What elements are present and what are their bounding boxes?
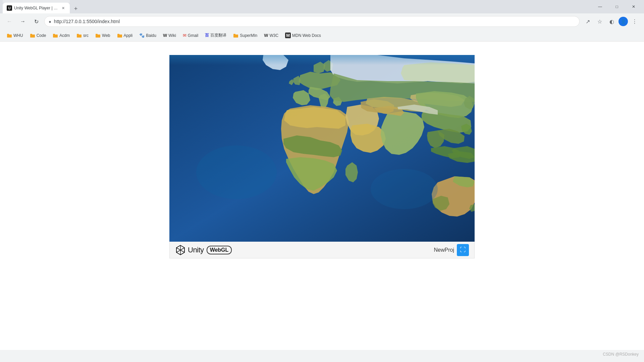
folder-icon bbox=[53, 33, 58, 38]
bookmark-item[interactable]: Appli bbox=[114, 32, 136, 40]
bookmark-item[interactable]: 百 百度翻译 bbox=[202, 31, 229, 40]
menu-button[interactable]: ⋮ bbox=[629, 16, 640, 27]
bookmark-item[interactable]: W W3C bbox=[261, 32, 281, 39]
baidu-translate-icon: 百 bbox=[205, 33, 209, 38]
tab-favicon: U bbox=[7, 5, 12, 11]
bookmark-item[interactable]: W Wiki bbox=[160, 32, 179, 39]
svg-point-16 bbox=[196, 145, 277, 199]
folder-icon bbox=[76, 33, 82, 38]
bookmark-item[interactable]: Code bbox=[27, 32, 49, 40]
wiki-icon: W bbox=[264, 33, 268, 38]
bookmark-item[interactable]: SuperMIn bbox=[230, 32, 260, 40]
svg-rect-6 bbox=[77, 35, 82, 38]
wiki-icon: W bbox=[163, 33, 167, 38]
bookmark-label: Baidu bbox=[146, 33, 156, 38]
profile-button[interactable]: 👤 bbox=[619, 17, 628, 26]
baidu-icon: 🐾 bbox=[139, 33, 145, 38]
back-button[interactable]: ← bbox=[4, 16, 15, 27]
unity-container: Unity WebGL NewProj ⛶ bbox=[169, 55, 475, 258]
bookmark-item[interactable]: src bbox=[74, 32, 91, 40]
bookmark-item[interactable]: 🐾 Baidu bbox=[137, 32, 159, 39]
svg-point-17 bbox=[371, 169, 438, 209]
share-button[interactable]: ↗ bbox=[582, 16, 593, 27]
forward-button[interactable]: → bbox=[17, 16, 28, 27]
world-map bbox=[169, 55, 475, 242]
folder-icon bbox=[30, 33, 35, 38]
folder-icon bbox=[117, 33, 122, 38]
unity-label: Unity bbox=[188, 246, 204, 254]
folder-icon bbox=[7, 33, 12, 38]
tab-title: Unity WebGL Player | Ne... bbox=[14, 6, 58, 10]
title-bar: TS TypeScript: Documentati... ✕ G 阿里云图库 … bbox=[0, 0, 644, 13]
svg-rect-0 bbox=[7, 35, 12, 38]
bookmark-item[interactable]: ✉ Gmail bbox=[180, 32, 201, 39]
svg-rect-10 bbox=[117, 35, 122, 38]
extensions-button[interactable]: ◐ bbox=[606, 16, 617, 27]
bookmark-button[interactable]: ☆ bbox=[594, 16, 605, 27]
lock-icon: ● bbox=[49, 19, 51, 24]
bookmark-item[interactable]: Acdm bbox=[50, 32, 72, 40]
unity-logo-area: Unity WebGL bbox=[175, 245, 232, 255]
browser-frame: TS TypeScript: Documentati... ✕ G 阿里云图库 … bbox=[0, 0, 644, 42]
bookmark-label: Acdm bbox=[59, 33, 70, 38]
webgl-logo: WebGL bbox=[207, 246, 232, 254]
bookmark-label: Wiki bbox=[168, 33, 176, 38]
tabs-container: TS TypeScript: Documentati... ✕ G 阿里云图库 … bbox=[3, 0, 590, 13]
bookmark-item[interactable]: WHU bbox=[4, 32, 26, 40]
bookmark-item[interactable]: M MDN Web Docs bbox=[282, 31, 324, 40]
bookmarks-bar: WHU Code Acdm src Web Appli 🐾 Baidu W Wi… bbox=[0, 29, 644, 42]
bookmark-label: MDN Web Docs bbox=[292, 33, 321, 38]
window-controls: — □ ✕ bbox=[592, 0, 641, 13]
credit-text: CSDN @RSDonkey bbox=[603, 352, 639, 357]
unity-logo-icon bbox=[175, 245, 186, 255]
svg-rect-13 bbox=[233, 34, 235, 35]
project-name: NewProj bbox=[434, 247, 454, 253]
address-bar[interactable]: ● http://127.0.0.1:5500/index.html bbox=[44, 16, 580, 27]
bookmark-label: Web bbox=[102, 33, 110, 38]
folder-icon bbox=[233, 33, 238, 38]
close-button[interactable]: ✕ bbox=[626, 0, 641, 13]
folder-icon bbox=[95, 33, 101, 38]
mdn-icon: M bbox=[285, 33, 291, 38]
page-footer-credit: CSDN @RSDonkey bbox=[603, 352, 639, 357]
svg-rect-2 bbox=[30, 35, 35, 38]
unity-canvas[interactable] bbox=[169, 55, 475, 242]
tab-title: 写文章-CSDN博客 bbox=[14, 0, 58, 0]
svg-rect-11 bbox=[117, 34, 119, 35]
fullscreen-button[interactable]: ⛶ bbox=[457, 244, 469, 256]
fullscreen-icon: ⛶ bbox=[460, 246, 466, 253]
unity-footer: Unity WebGL NewProj ⛶ bbox=[169, 242, 475, 258]
bookmark-label: Code bbox=[37, 33, 46, 38]
address-bar-row: ← → ↻ ● http://127.0.0.1:5500/index.html… bbox=[0, 13, 644, 29]
svg-rect-8 bbox=[96, 35, 100, 38]
address-text: http://127.0.0.1:5500/index.html bbox=[54, 19, 575, 24]
minimize-button[interactable]: — bbox=[592, 0, 608, 13]
browser-tab[interactable]: U Unity WebGL Player | Ne... ✕ bbox=[3, 3, 70, 13]
reload-button[interactable]: ↻ bbox=[31, 16, 42, 27]
webgl-label: WebGL bbox=[210, 247, 229, 253]
bookmark-label: 百度翻译 bbox=[210, 33, 226, 38]
toolbar-icons: ↗ ☆ ◐ 👤 ⋮ bbox=[582, 16, 640, 27]
new-tab-button[interactable]: + bbox=[71, 4, 80, 13]
bookmark-label: SuperMIn bbox=[240, 33, 257, 38]
svg-rect-4 bbox=[53, 35, 58, 38]
unity-right-area: NewProj ⛶ bbox=[434, 244, 469, 256]
svg-rect-5 bbox=[53, 34, 55, 35]
browser-tab[interactable]: C 写文章-CSDN博客 ✕ bbox=[3, 0, 70, 3]
tab-close-button[interactable]: ✕ bbox=[60, 5, 66, 11]
bookmark-label: WHU bbox=[13, 33, 23, 38]
maximize-button[interactable]: □ bbox=[609, 0, 625, 13]
svg-rect-1 bbox=[7, 34, 9, 35]
svg-rect-7 bbox=[77, 34, 79, 35]
gmail-icon: ✉ bbox=[183, 33, 186, 38]
page-content: Unity WebGL NewProj ⛶ bbox=[0, 42, 644, 350]
svg-rect-3 bbox=[30, 34, 32, 35]
svg-rect-9 bbox=[96, 34, 98, 35]
bookmark-label: Appli bbox=[124, 33, 133, 38]
bookmark-item[interactable]: Web bbox=[93, 32, 113, 40]
bookmark-label: Gmail bbox=[188, 33, 198, 38]
bookmark-label: W3C bbox=[270, 33, 279, 38]
bookmark-label: src bbox=[83, 33, 89, 38]
svg-rect-12 bbox=[233, 35, 238, 38]
svg-rect-18 bbox=[169, 55, 475, 65]
